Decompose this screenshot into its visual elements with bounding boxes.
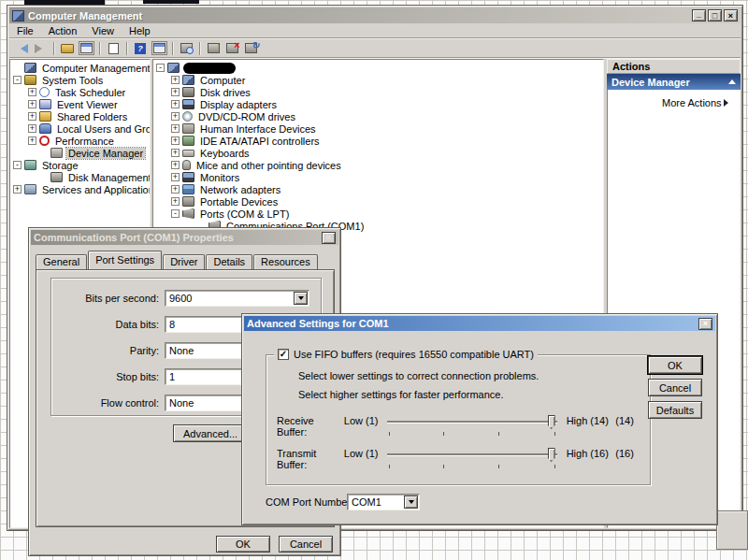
expand-icon[interactable]: + [171, 112, 180, 121]
tree-item-local-users-groups[interactable]: +Local Users and Groups [10, 122, 150, 135]
receive-buffer-slider[interactable] [387, 415, 557, 439]
expand-icon[interactable]: + [28, 112, 36, 121]
actions-section-device-manager[interactable]: Device Manager [607, 74, 741, 90]
toolbar-separator [99, 42, 100, 55]
tree-item-mice[interactable]: +Mice and other pointing devices [153, 159, 603, 171]
expand-icon[interactable]: + [171, 88, 180, 96]
update-driver-icon[interactable] [205, 41, 222, 56]
back-icon[interactable] [13, 41, 30, 56]
ok-button[interactable]: OK [216, 536, 270, 553]
close-icon[interactable] [322, 232, 336, 244]
tab-general[interactable]: General [36, 254, 87, 269]
dialog-title: Advanced Settings for COM1 [247, 318, 389, 329]
tree-item-event-viewer[interactable]: +Event Viewer [10, 98, 150, 110]
menu-help[interactable]: Help [122, 24, 158, 37]
tab-resources[interactable]: Resources [253, 254, 318, 269]
forward-icon[interactable] [32, 41, 49, 56]
title-bar[interactable]: Computer Management [9, 7, 741, 23]
collapse-icon[interactable]: - [13, 76, 22, 84]
expand-icon[interactable]: + [13, 185, 22, 194]
tree-item-ports[interactable]: -Ports (COM & LPT) [153, 208, 603, 220]
tree-item-shared-folders[interactable]: +Shared Folders [10, 110, 150, 122]
tree-item-dvd-cdrom[interactable]: +DVD/CD-ROM drives [153, 110, 603, 122]
tree-item-computer-root[interactable]: - [153, 62, 603, 74]
tree-item-portable-devices[interactable]: +Portable Devices [153, 195, 603, 208]
collapse-section-icon[interactable] [728, 76, 736, 84]
tree-item-computer-management[interactable]: Computer Management (Local) [10, 62, 150, 74]
expand-icon[interactable]: + [171, 161, 180, 169]
help-icon[interactable] [132, 41, 149, 56]
fifo-checkbox-row[interactable]: Use FIFO buffers (requires 16550 compati… [274, 348, 538, 361]
close-icon[interactable] [698, 318, 712, 330]
tree-item-storage[interactable]: -Storage [10, 159, 150, 171]
monitor-icon [182, 172, 194, 182]
tab-port-settings[interactable]: Port Settings [88, 251, 162, 269]
tree-item-label: Task Scheduler [53, 87, 127, 98]
menu-view[interactable]: View [84, 24, 122, 37]
expand-icon[interactable]: + [171, 100, 180, 108]
expand-icon[interactable]: + [28, 124, 36, 133]
slider-thumb[interactable] [548, 415, 555, 429]
dialog-title-bar[interactable]: Communications Port (COM1) Properties [31, 230, 338, 245]
defaults-button[interactable]: Defaults [648, 401, 702, 419]
expand-icon[interactable]: + [28, 88, 36, 96]
search-computer-icon[interactable] [178, 41, 194, 56]
bits-per-second-select[interactable]: 9600 [165, 290, 309, 307]
dialog-title-bar[interactable]: Advanced Settings for COM1 [244, 316, 715, 331]
fifo-checkbox[interactable] [278, 349, 289, 360]
transmit-buffer-slider[interactable] [387, 448, 557, 472]
expand-icon[interactable]: + [171, 76, 180, 84]
tree-item-computer[interactable]: +Computer [153, 74, 603, 86]
ok-button[interactable]: OK [648, 356, 702, 374]
tree-item-disk-management[interactable]: Disk Management [10, 171, 150, 183]
uninstall-device-icon[interactable] [223, 41, 240, 56]
expand-icon[interactable]: + [171, 197, 180, 206]
show-console-tree-icon[interactable] [78, 41, 94, 56]
com-port-number-select[interactable]: COM1 [347, 494, 420, 510]
tree-item-monitors[interactable]: +Monitors [153, 171, 603, 183]
menu-action[interactable]: Action [41, 24, 85, 37]
tree-item-keyboards[interactable]: +Keyboards [153, 147, 603, 159]
more-actions-item[interactable]: More Actions [608, 97, 740, 108]
tree-item-network-adapters[interactable]: +Network adapters [153, 183, 603, 195]
expand-icon[interactable]: + [171, 173, 180, 181]
show-action-pane-icon[interactable] [151, 41, 167, 56]
dropdown-arrow-icon[interactable] [294, 292, 308, 305]
tab-details[interactable]: Details [206, 254, 252, 269]
tree-item-disk-drives[interactable]: +Disk drives [153, 86, 603, 98]
maximize-icon[interactable] [708, 9, 722, 22]
collapse-icon[interactable]: - [156, 64, 165, 72]
slider-thumb[interactable] [548, 448, 555, 462]
advanced-button[interactable]: Advanced... [173, 424, 248, 442]
tree-item-hid[interactable]: +Human Interface Devices [153, 122, 603, 135]
up-one-level-icon[interactable] [59, 41, 76, 56]
tree-item-device-manager[interactable]: Device Manager [10, 147, 150, 159]
tree-item-task-scheduler[interactable]: +Task Scheduler [10, 86, 150, 98]
computer-icon [167, 63, 180, 73]
cancel-button[interactable]: Cancel [648, 379, 702, 396]
collapse-icon[interactable]: - [13, 161, 22, 169]
minimize-icon[interactable] [692, 9, 706, 22]
tree-item-performance[interactable]: +Performance [10, 135, 150, 147]
hint-higher-settings: Select higher settings for faster perfor… [298, 389, 504, 400]
cancel-button[interactable]: Cancel [279, 536, 333, 553]
tree-item-label: Local Users and Groups [55, 123, 151, 135]
menu-file[interactable]: File [9, 24, 41, 37]
expand-icon[interactable]: + [28, 136, 36, 145]
collapse-icon[interactable]: - [171, 209, 180, 218]
expand-icon[interactable]: + [171, 124, 180, 133]
scan-hardware-changes-icon[interactable] [242, 41, 259, 56]
expand-icon[interactable]: + [28, 100, 36, 108]
tab-driver[interactable]: Driver [163, 254, 205, 269]
export-list-icon[interactable] [105, 41, 122, 56]
tree-item-label: Storage [40, 160, 80, 171]
expand-icon[interactable]: + [171, 185, 180, 194]
tree-item-display-adapters[interactable]: +Display adapters [153, 98, 603, 110]
tree-item-system-tools[interactable]: -System Tools [10, 74, 150, 86]
close-icon[interactable] [724, 9, 738, 22]
expand-icon[interactable]: + [171, 149, 180, 157]
dropdown-arrow-icon[interactable] [404, 495, 418, 509]
tree-item-services-applications[interactable]: +Services and Applications [10, 183, 150, 195]
tree-item-ide-controllers[interactable]: +IDE ATA/ATAPI controllers [153, 135, 603, 147]
expand-icon[interactable]: + [171, 136, 180, 145]
